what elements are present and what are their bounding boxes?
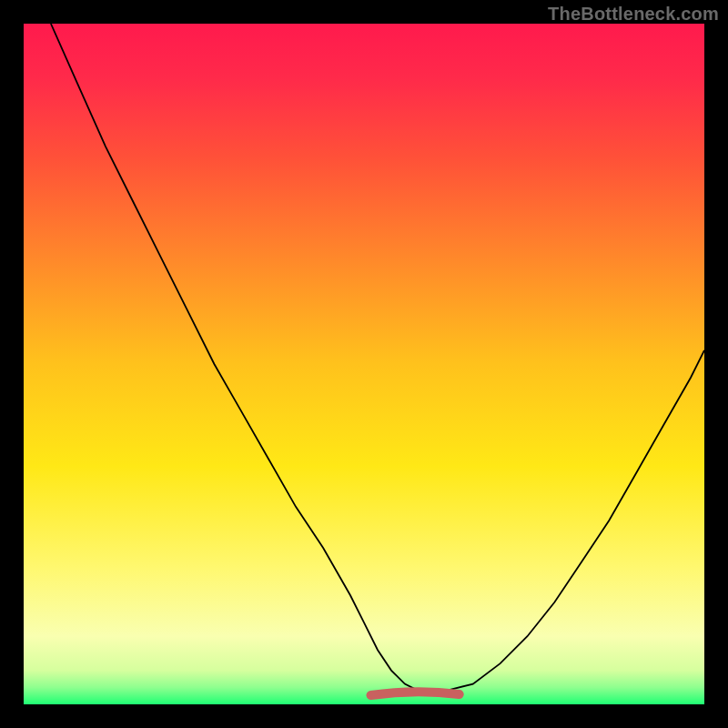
chart-frame: TheBottleneck.com [0,0,728,728]
gradient-rect [24,24,704,704]
plot-area [24,24,704,704]
curve-bottom-highlight [371,692,460,695]
chart-svg [24,24,704,704]
watermark-text: TheBottleneck.com [548,4,719,25]
